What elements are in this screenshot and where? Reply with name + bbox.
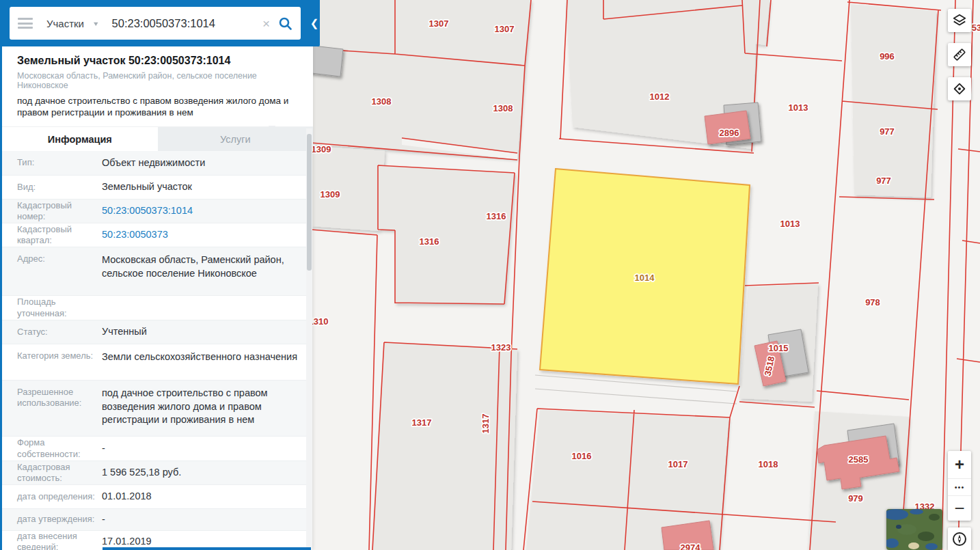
parcel-label-978[interactable]: 978 — [865, 297, 880, 307]
row-value: 01.01.2018 — [102, 490, 306, 504]
row-label: Кадастровый квартал: — [2, 224, 102, 247]
layers-button[interactable] — [948, 9, 971, 32]
row-label: Категория земель: — [2, 344, 102, 361]
parcel-label-1308[interactable]: 1308 — [372, 96, 392, 107]
row-value: - — [102, 442, 306, 456]
parcel-label-1316[interactable]: 1316 — [487, 211, 506, 221]
parcel-label-1323[interactable]: 1323 — [491, 342, 511, 353]
parcel-label-979[interactable]: 979 — [848, 493, 863, 504]
parcel-label-996[interactable]: 996 — [880, 51, 895, 61]
layers-icon — [952, 13, 967, 28]
row-label: Статус: — [2, 327, 102, 338]
parcel-label-53[interactable]: 53 — [972, 23, 980, 33]
parcel-label-1016[interactable]: 1016 — [572, 451, 592, 461]
info-row: Вид:Земельный участок — [2, 176, 306, 200]
parcel-label-1014[interactable]: 1014 — [635, 273, 655, 283]
collapse-panel-icon[interactable]: ❮ — [309, 15, 320, 31]
search-input[interactable] — [111, 16, 262, 31]
parcel-label-1017[interactable]: 1017 — [668, 459, 688, 469]
locate-object-button[interactable] — [948, 77, 971, 100]
parcel-label-1018[interactable]: 1018 — [759, 459, 778, 469]
zoom-control: + ••• − — [948, 451, 971, 521]
row-label: Вид: — [2, 182, 102, 193]
panel-scrollbar[interactable] — [306, 128, 312, 550]
ruler-icon — [952, 47, 967, 62]
parcel-label-1013[interactable]: 1013 — [789, 102, 808, 113]
parcel-label-1015[interactable]: 1015 — [769, 343, 789, 353]
parcel-label-1307[interactable]: 1307 — [429, 18, 449, 29]
info-row: Форма собственности:- — [2, 437, 306, 461]
info-row: дата определения:01.01.2018 — [2, 485, 306, 509]
parcel-label-2974[interactable]: 2974 — [681, 542, 701, 550]
zoom-in-button[interactable]: + — [948, 451, 971, 478]
row-value: 1 596 525,18 руб. — [102, 466, 306, 480]
menu-icon[interactable] — [18, 18, 33, 29]
basemap-thumbnail[interactable] — [886, 509, 942, 550]
cadastral-map-app: 1307130713081308130913091316131613101323… — [0, 0, 980, 550]
compass-icon — [951, 531, 968, 547]
row-value: под дачное строительство с правом возвед… — [102, 381, 306, 427]
parcel-title: Земельный участок 50:23:0050373:1014 — [17, 55, 298, 67]
parcel-1316[interactable] — [378, 166, 515, 304]
row-value-link[interactable]: 50:23:0050373 — [102, 228, 306, 242]
parcel-label-1316[interactable]: 1316 — [420, 236, 439, 247]
info-row: дата утверждения:- — [2, 509, 306, 531]
row-label: Форма собственности: — [2, 437, 102, 460]
row-value-link[interactable]: 50:23:0050373:1014 — [102, 204, 306, 218]
zoom-out-button[interactable]: − — [948, 496, 971, 521]
parcel-top-small[interactable] — [737, 0, 770, 45]
search-icon[interactable] — [278, 16, 292, 31]
info-row: Адрес:Московская область, Раменский райо… — [2, 247, 306, 296]
crosshair-icon — [952, 81, 967, 96]
parcel-label-1307[interactable]: 1307 — [495, 24, 515, 34]
measure-button[interactable] — [948, 43, 971, 66]
scrollbar-thumb[interactable] — [307, 134, 312, 271]
tab-information[interactable]: Информация — [2, 127, 158, 152]
row-label: Адрес: — [2, 247, 102, 264]
parcel-label-1013[interactable]: 1013 — [780, 219, 800, 229]
info-row: Кадастровый номер:50:23:0050373:1014 — [2, 200, 306, 223]
parcel-label-2585[interactable]: 2585 — [849, 454, 869, 465]
row-label: Кадастровая стоимость: — [2, 462, 102, 484]
parcel-label-1012[interactable]: 1012 — [650, 92, 670, 102]
clear-search-icon[interactable]: × — [262, 17, 270, 30]
parcel-label-1309[interactable]: 1309 — [321, 189, 340, 200]
panel-bottom-strip — [103, 547, 311, 550]
search-category-dropdown[interactable]: Участки — [46, 18, 84, 29]
parcel-label-1308[interactable]: 1308 — [493, 103, 513, 113]
parcel-label-1317[interactable]: 1317 — [480, 414, 491, 434]
tab-services[interactable]: Услуги — [158, 127, 314, 152]
parcel-subtitle: Московская область, Раменский район, сел… — [17, 71, 298, 90]
info-row: Разрешенное использование:под дачное стр… — [2, 381, 306, 437]
info-row: Кадастровая стоимость:1 596 525,18 руб. — [2, 461, 306, 485]
row-value: Учтенный — [102, 325, 306, 339]
row-value: Объект недвижимости — [102, 156, 306, 170]
info-table: Тип:Объект недвижимостиВид:Земельный уча… — [2, 151, 306, 550]
row-value: Земли сельскохозяйственного назначения — [102, 344, 306, 364]
parcel-1317[interactable] — [372, 342, 517, 550]
parcel-label-977[interactable]: 977 — [876, 176, 891, 186]
row-value: 17.01.2019 — [102, 535, 306, 549]
row-value: - — [102, 513, 306, 527]
chevron-down-icon[interactable]: ▾ — [94, 19, 98, 27]
zoom-menu-button[interactable]: ••• — [948, 478, 971, 496]
row-label: Площадь уточненная: — [2, 297, 102, 319]
parcel-label-2896[interactable]: 2896 — [720, 128, 739, 138]
row-value: Земельный участок — [102, 180, 306, 194]
row-label: дата утверждения: — [2, 514, 102, 525]
parcel-label-1317[interactable]: 1317 — [412, 417, 432, 428]
row-label: Кадастровый номер: — [2, 200, 102, 223]
row-label: Разрешенное использование: — [2, 381, 102, 409]
parcel-label-977[interactable]: 977 — [880, 126, 895, 137]
satellite-preview — [886, 509, 942, 550]
my-location-button[interactable] — [948, 527, 971, 550]
panel-tabs: Информация Услуги — [2, 126, 313, 152]
row-value: Московская область, Раменский район, сел… — [102, 247, 306, 280]
row-label: дата внесения сведений: — [2, 531, 102, 550]
row-label: Тип: — [2, 157, 102, 168]
parcel-1309[interactable] — [311, 146, 385, 231]
parcel-996-977[interactable] — [851, 4, 936, 197]
row-label: дата определения: — [2, 491, 102, 502]
parcel-label-1309[interactable]: 1309 — [312, 144, 331, 154]
info-panel: Земельный участок 50:23:0050373:1014 Мос… — [0, 0, 311, 550]
